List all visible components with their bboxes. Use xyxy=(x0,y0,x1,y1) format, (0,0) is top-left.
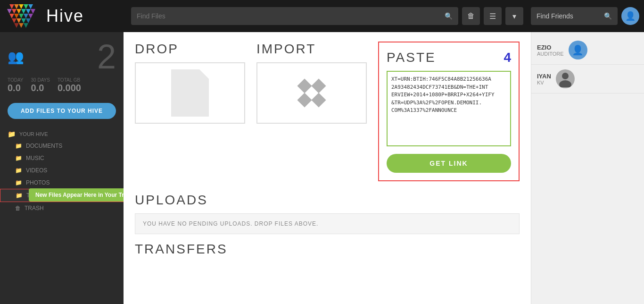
svg-marker-5 xyxy=(7,9,12,14)
svg-marker-8 xyxy=(21,9,26,14)
metric-30days-value: 0.0 xyxy=(31,83,50,93)
paste-title: PASTE xyxy=(387,50,436,65)
transfers-folder-icon: 📁 xyxy=(16,192,23,199)
delete-button[interactable]: 🗑 xyxy=(462,7,480,25)
drop-section: DROP xyxy=(135,42,245,181)
friend-info-iyan: IYAN KV xyxy=(537,73,551,85)
user-icon: 👤 xyxy=(572,44,584,56)
friend-avatar-iyan xyxy=(556,69,575,88)
friend-sub-iyan: KV xyxy=(537,80,551,85)
metric-today: TODAY 0.0 xyxy=(8,77,24,93)
sidebar-item-transfers[interactable]: 📁 TRANSFERS New Files Appear Here in You… xyxy=(0,189,124,202)
svg-marker-19 xyxy=(26,18,31,23)
menu-icon: ☰ xyxy=(489,12,496,21)
delete-icon: 🗑 xyxy=(467,12,475,20)
search-icon[interactable]: 🔍 xyxy=(445,12,453,20)
svg-marker-21 xyxy=(19,23,24,28)
friend-info-ezio: EZIO AUDITORE xyxy=(537,44,564,57)
import-section: IMPORT xyxy=(256,42,367,181)
friend-avatar-ezio: 👤 xyxy=(569,41,587,59)
svg-marker-4 xyxy=(28,4,33,9)
sidebar-item-photos-label: PHOTOS xyxy=(26,179,50,186)
main-layout: 👥 2 TODAY 0.0 30 DAYS 0.0 TOTAL GB 0.000… xyxy=(0,32,644,304)
sidebar-item-music[interactable]: 📁 MUSIC xyxy=(0,152,124,164)
sidebar-stats: 👥 2 xyxy=(0,32,124,77)
uploads-section: UPLOADS YOU HAVE NO PENDING UPLOADS. DRO… xyxy=(135,193,520,234)
sidebar-nav: 📁 YOUR HIVE 📁 DOCUMENTS 📁 MUSIC 📁 VIDEOS… xyxy=(0,127,124,304)
svg-marker-1 xyxy=(14,4,19,9)
paste-textarea[interactable]: XT=URN:BTIH:746F5C84A8B21256636A 2A93482… xyxy=(387,71,511,146)
metric-today-value: 0.0 xyxy=(8,83,24,93)
hive-logo-icon xyxy=(5,2,42,30)
search-input[interactable] xyxy=(137,12,445,20)
metric-today-label: TODAY xyxy=(8,77,24,83)
metric-totalgb-label: TOTAL GB xyxy=(58,77,81,83)
svg-marker-15 xyxy=(28,14,33,18)
chevron-down-icon: ▾ xyxy=(512,12,516,21)
find-friends-label: Find Friends xyxy=(537,12,573,20)
file-fold xyxy=(199,69,209,79)
svg-marker-22 xyxy=(24,23,28,28)
metric-30days: 30 DAYS 0.0 xyxy=(31,77,50,93)
sidebar-item-videos[interactable]: 📁 VIDEOS xyxy=(0,164,124,177)
documents-folder-icon: 📁 xyxy=(15,143,22,149)
friend-item-iyan[interactable]: IYAN KV xyxy=(531,65,644,93)
find-friends-search-icon[interactable]: 🔍 xyxy=(604,12,612,20)
file-icon xyxy=(171,69,209,117)
no-uploads-text: YOU HAVE NO PENDING UPLOADS. DROP FILES … xyxy=(143,220,318,227)
get-link-button[interactable]: GET LINK xyxy=(387,154,511,173)
svg-marker-17 xyxy=(17,18,21,23)
svg-marker-13 xyxy=(19,14,24,18)
metric-30days-label: 30 DAYS xyxy=(31,77,50,83)
sidebar-item-music-label: MUSIC xyxy=(26,155,44,161)
content-sections: DROP IMPORT xyxy=(135,42,520,181)
svg-rect-25 xyxy=(557,70,574,87)
logo-text: Hive xyxy=(46,6,84,26)
find-friends-bar[interactable]: Find Friends 🔍 xyxy=(531,7,618,25)
sidebar-item-documents-label: DOCUMENTS xyxy=(26,143,62,149)
menu-button[interactable]: ☰ xyxy=(484,7,502,25)
friends-panel: EZIO AUDITORE 👤 IYAN KV xyxy=(531,32,644,304)
dropdown-button[interactable]: ▾ xyxy=(505,7,523,25)
sidebar-item-trash[interactable]: 🗑 TRASH xyxy=(0,202,124,214)
logo-area: Hive xyxy=(0,2,124,30)
your-hive-label: 📁 YOUR HIVE xyxy=(0,127,124,140)
paste-header: PASTE 4 xyxy=(387,50,511,65)
svg-marker-0 xyxy=(9,4,14,9)
friend-item-ezio[interactable]: EZIO AUDITORE 👤 xyxy=(531,36,644,65)
add-files-button[interactable]: ADD FILES TO YOUR HIVE xyxy=(8,103,116,119)
friends-icon: 👥 xyxy=(8,49,24,65)
svg-marker-3 xyxy=(24,4,28,9)
metric-totalgb-value: 0.000 xyxy=(58,83,81,93)
transfers-tooltip: New Files Appear Here in Your Transfers … xyxy=(29,188,124,202)
sidebar-item-trash-label: TRASH xyxy=(25,205,44,211)
svg-marker-14 xyxy=(24,14,28,18)
header: Hive 🔍 🗑 ☰ ▾ Find Friends 🔍 👤 xyxy=(0,0,644,32)
content-area: DROP IMPORT xyxy=(124,32,531,304)
friends-count: 2 xyxy=(97,40,116,74)
videos-folder-icon: 📁 xyxy=(15,167,22,174)
search-bar[interactable]: 🔍 xyxy=(131,7,458,25)
friend-sub-ezio: AUDITORE xyxy=(537,51,564,57)
sidebar-item-photos[interactable]: 📁 PHOTOS 5 xyxy=(0,177,124,189)
svg-marker-10 xyxy=(31,9,35,14)
paste-section: PASTE 4 XT=URN:BTIH:746F5C84A8B21256636A… xyxy=(378,42,520,181)
sidebar-metrics: TODAY 0.0 30 DAYS 0.0 TOTAL GB 0.000 xyxy=(0,77,124,99)
tooltip-text: New Files Appear Here in Your Transfers xyxy=(35,192,124,198)
drop-box[interactable] xyxy=(135,62,245,124)
svg-marker-6 xyxy=(12,9,17,14)
folder-icon: 📁 xyxy=(8,130,16,138)
metric-totalgb: TOTAL GB 0.000 xyxy=(58,77,81,93)
import-box[interactable] xyxy=(256,62,367,124)
sidebar-item-documents[interactable]: 📁 DOCUMENTS xyxy=(0,140,124,152)
silhouette-icon xyxy=(557,70,574,87)
svg-marker-2 xyxy=(19,4,24,9)
no-uploads-bar: YOU HAVE NO PENDING UPLOADS. DROP FILES … xyxy=(135,213,520,234)
svg-marker-20 xyxy=(14,23,19,28)
svg-marker-11 xyxy=(9,14,14,18)
drop-title: DROP xyxy=(135,42,179,57)
user-avatar[interactable]: 👤 xyxy=(621,7,639,25)
user-icon: 👤 xyxy=(625,11,636,21)
trash-folder-icon: 🗑 xyxy=(15,205,21,211)
transfers-section: TRANSFERS xyxy=(135,242,520,257)
